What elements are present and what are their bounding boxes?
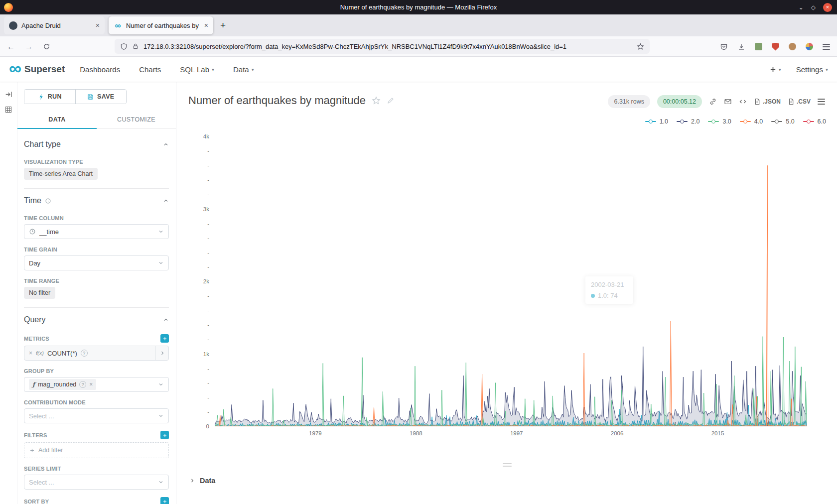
maximize-icon[interactable]: ◇ (811, 4, 816, 10)
chevron-up-icon[interactable] (163, 198, 169, 204)
caret-down-icon: ▾ (252, 67, 254, 72)
legend-item-2.0[interactable]: 2.0 (677, 118, 699, 125)
downloads-icon[interactable] (737, 43, 745, 51)
add-filter-box[interactable]: Add filter (24, 442, 169, 458)
time-grain-select[interactable]: Day (24, 255, 169, 270)
viz-type-button[interactable]: Time-series Area Chart (24, 168, 98, 180)
section-chart-type: Chart type (24, 140, 169, 149)
export-json-button[interactable]: .JSON (754, 98, 781, 105)
close-tab-icon[interactable]: × (96, 21, 100, 29)
add-new-button[interactable]: ▾ (769, 66, 781, 73)
y-tick-label: - (187, 335, 209, 343)
embed-code-icon[interactable] (739, 98, 747, 106)
add-sort-by-button[interactable] (160, 497, 169, 504)
adblock-extension-icon[interactable] (772, 43, 779, 51)
close-tab-icon[interactable]: × (204, 21, 208, 29)
collapse-panel-icon[interactable] (4, 90, 13, 99)
legend-item-4.0[interactable]: 4.0 (740, 118, 763, 125)
section-title: Time (24, 196, 41, 205)
controls-scroll[interactable]: Chart type VISUALIZATION TYPE Time-serie… (17, 129, 176, 504)
series-limit-label: SERIES LIMIT (24, 466, 169, 472)
tab-label: Apache Druid (21, 22, 92, 29)
nav-item-charts[interactable]: Charts (139, 65, 161, 74)
y-axis: 0----1k----2k----3k----4k (176, 136, 212, 426)
screen: Numer of earthquakes by magnitude — Mozi… (0, 0, 837, 504)
resize-handle[interactable] (503, 462, 512, 468)
browser-tab-superset[interactable]: ∞ Numer of earthquakes by × (109, 16, 213, 34)
lightning-icon (38, 94, 44, 100)
firefox-menu-icon[interactable] (823, 44, 830, 50)
caret-down-icon: ▾ (826, 67, 828, 72)
legend-item-1.0[interactable]: 1.0 (645, 118, 668, 125)
url-bar[interactable]: 172.18.0.3:32108/superset/explore/?form_… (115, 39, 650, 54)
forward-button[interactable]: → (25, 42, 33, 51)
browser-tab-druid[interactable]: Apache Druid × (4, 16, 105, 34)
settings-menu[interactable]: Settings ▾ (796, 65, 828, 74)
dataset-grid-icon[interactable] (4, 106, 12, 114)
chart-menu-icon[interactable] (818, 99, 825, 105)
time-column-select[interactable]: __time (24, 224, 169, 239)
chevron-down-icon (158, 229, 164, 235)
superset-logo[interactable]: ∞ Superset (9, 63, 65, 76)
chevron-up-icon[interactable] (163, 317, 169, 323)
group-by-value: mag_rounded (38, 381, 76, 388)
bookmark-star-icon[interactable] (637, 43, 644, 50)
remove-metric-icon[interactable]: × (29, 350, 32, 357)
share-link-icon[interactable] (709, 98, 717, 106)
add-filter-plus-button[interactable] (160, 431, 169, 439)
y-tick-label: - (187, 249, 209, 256)
data-panel-toggle[interactable]: Data (189, 477, 215, 485)
legend-item-5.0[interactable]: 5.0 (771, 118, 794, 125)
group-by-tag[interactable]: ƒ mag_rounded ? × (29, 379, 96, 390)
legend-item-3.0[interactable]: 3.0 (708, 118, 731, 125)
nav-item-sql-lab[interactable]: SQL Lab▾ (180, 65, 214, 74)
fx-icon: f(x) (36, 350, 44, 356)
timeseries-area-chart[interactable] (215, 136, 807, 426)
json-label: .JSON (763, 98, 781, 105)
contribution-mode-label: CONTRIBUTION MODE (24, 399, 169, 405)
contribution-mode-select[interactable]: Select ... (24, 408, 169, 423)
reload-button[interactable] (43, 43, 50, 50)
tab-customize[interactable]: CUSTOMIZE (97, 110, 176, 128)
email-share-icon[interactable] (724, 98, 732, 106)
edit-title-icon[interactable] (387, 97, 395, 105)
extension-icon[interactable] (755, 43, 762, 50)
browser-tabbar: Apache Druid × ∞ Numer of earthquakes by… (0, 14, 837, 36)
remove-tag-icon[interactable]: × (89, 381, 93, 388)
tab-data[interactable]: DATA (17, 110, 97, 128)
file-icon (754, 98, 761, 105)
run-button[interactable]: RUN (24, 90, 75, 104)
group-by-select[interactable]: ƒ mag_rounded ? × (24, 377, 169, 392)
y-tick-label: - (187, 379, 209, 387)
tooltip-series-dot (591, 294, 595, 298)
settings-label: Settings (796, 65, 823, 74)
tracking-shield-icon[interactable] (120, 43, 128, 50)
extension-icon[interactable] (789, 43, 796, 50)
series-limit-select[interactable]: Select ... (24, 475, 169, 490)
time-range-button[interactable]: No filter (24, 287, 55, 299)
metric-expand-caret[interactable] (155, 346, 168, 360)
close-window-button[interactable]: × (823, 3, 832, 12)
window-menu-icon[interactable]: ⌄ (799, 4, 804, 10)
export-csv-button[interactable]: .CSV (788, 98, 811, 105)
add-metric-button[interactable] (160, 334, 169, 343)
favorite-star-icon[interactable] (372, 96, 381, 105)
time-grain-value: Day (29, 259, 40, 267)
nav-item-dashboards[interactable]: Dashboards (80, 65, 120, 74)
legend-item-6.0[interactable]: 6.0 (803, 118, 826, 125)
metric-value: COUNT(*) (47, 350, 77, 357)
pocket-icon[interactable] (720, 43, 728, 51)
metric-pill[interactable]: × f(x) COUNT(*) ? (24, 346, 169, 361)
lock-icon[interactable] (132, 43, 139, 50)
save-button[interactable]: SAVE (75, 90, 127, 104)
new-tab-button[interactable]: + (220, 20, 226, 31)
back-button[interactable]: ← (7, 42, 15, 51)
url-text[interactable]: 172.18.0.3:32108/superset/explore/?form_… (143, 43, 632, 50)
plus-icon (29, 448, 35, 453)
y-tick-label: - (187, 161, 209, 169)
chevron-down-icon (158, 479, 164, 485)
nav-item-data[interactable]: Data▾ (233, 65, 254, 74)
chevron-up-icon[interactable] (163, 141, 169, 147)
tooltip-value: 1.0: 74 (598, 292, 618, 299)
extension-icon[interactable] (806, 43, 813, 50)
